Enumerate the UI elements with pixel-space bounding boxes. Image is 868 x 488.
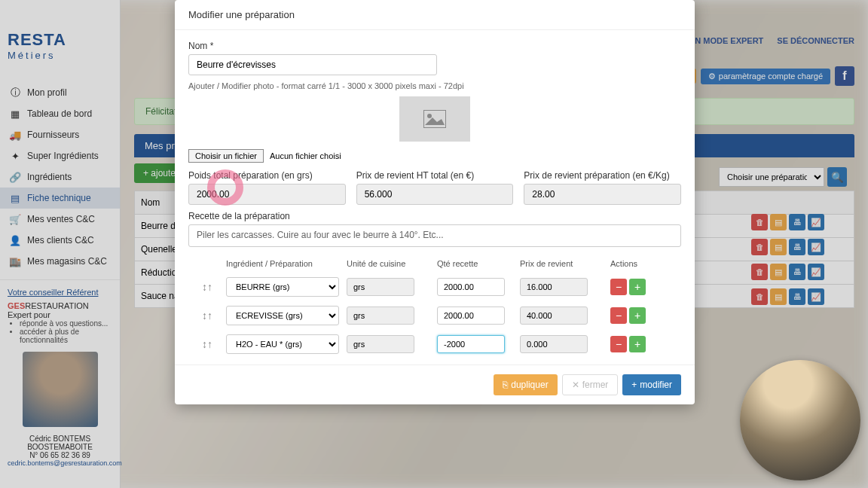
file-status: Aucun fichier choisi bbox=[270, 151, 341, 160]
choose-file-button[interactable]: Choisir un fichier bbox=[188, 149, 264, 163]
poids-label: Poids total préparation (en grs) bbox=[188, 170, 346, 181]
remove-button[interactable]: − bbox=[610, 279, 627, 295]
edit-preparation-modal: Modifier une préparation Nom * Ajouter /… bbox=[175, 0, 695, 404]
prix-total-input[interactable] bbox=[356, 184, 514, 205]
prix-input[interactable] bbox=[520, 307, 588, 325]
ingredient-select[interactable]: ECREVISSE (grs) bbox=[226, 306, 339, 325]
unit-input[interactable] bbox=[347, 278, 414, 296]
image-icon bbox=[423, 110, 446, 128]
drag-handle-icon[interactable]: ↕↑ bbox=[188, 281, 226, 293]
drag-handle-icon[interactable]: ↕↑ bbox=[188, 310, 226, 322]
modify-button[interactable]: +modifier bbox=[622, 374, 681, 395]
copy-icon: ⎘ bbox=[503, 380, 508, 390]
photo-hint: Ajouter / Modifier photo - format carré … bbox=[188, 81, 681, 90]
svg-rect-0 bbox=[423, 110, 446, 128]
add-button[interactable]: + bbox=[629, 336, 646, 352]
poids-input[interactable] bbox=[188, 184, 346, 205]
modal-title: Modifier une préparation bbox=[175, 0, 695, 30]
ingredients-header: Ingrédient / Préparation Unité de cuisin… bbox=[188, 255, 681, 273]
close-icon: ✕ bbox=[572, 380, 579, 390]
duplicate-button[interactable]: ⎘dupliquer bbox=[494, 374, 557, 395]
remove-button[interactable]: − bbox=[610, 336, 627, 352]
drag-handle-icon[interactable]: ↕↑ bbox=[188, 338, 226, 350]
qty-input[interactable] bbox=[437, 307, 505, 325]
prix-input[interactable] bbox=[520, 278, 588, 296]
unit-input[interactable] bbox=[347, 307, 414, 325]
ingredient-select[interactable]: H2O - EAU * (grs) bbox=[226, 334, 339, 354]
close-button[interactable]: ✕fermer bbox=[562, 374, 619, 395]
add-button[interactable]: + bbox=[629, 307, 646, 324]
svg-point-1 bbox=[427, 114, 432, 118]
qty-input[interactable] bbox=[437, 278, 505, 296]
recipe-textarea[interactable]: Piler les carcasses. Cuire au four avec … bbox=[188, 224, 681, 247]
name-label: Nom * bbox=[188, 41, 681, 51]
ingredient-select[interactable]: BEURRE (grs) bbox=[226, 277, 339, 297]
plus-icon: + bbox=[631, 380, 637, 390]
qty-input[interactable] bbox=[437, 335, 505, 353]
add-button[interactable]: + bbox=[629, 279, 646, 295]
prix-kg-label: Prix de revient préparation (en €/Kg) bbox=[524, 170, 681, 181]
photo-placeholder[interactable] bbox=[399, 96, 470, 142]
name-input[interactable] bbox=[188, 54, 437, 75]
webcam-overlay bbox=[740, 360, 860, 480]
recipe-label: Recette de la préparation bbox=[188, 211, 681, 221]
prix-kg-input[interactable] bbox=[524, 184, 681, 205]
unit-input[interactable] bbox=[347, 335, 414, 353]
prix-total-label: Prix de revient HT total (en €) bbox=[356, 170, 514, 181]
ingredient-row: ↕↑H2O - EAU * (grs)−+ bbox=[188, 330, 681, 358]
ingredient-row: ↕↑BEURRE (grs)−+ bbox=[188, 273, 681, 301]
ingredient-row: ↕↑ECREVISSE (grs)−+ bbox=[188, 301, 681, 330]
remove-button[interactable]: − bbox=[610, 307, 627, 324]
prix-input[interactable] bbox=[520, 335, 588, 353]
